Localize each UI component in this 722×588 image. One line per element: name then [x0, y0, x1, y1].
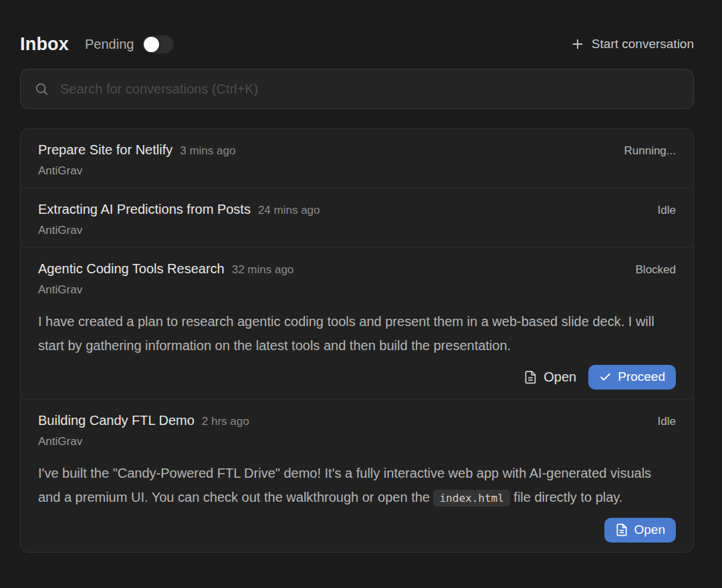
pending-toggle[interactable]: [142, 35, 174, 53]
message-text: file directly to play.: [510, 490, 623, 504]
conversation-actions: Open: [38, 517, 676, 543]
conversation-title: Building Candy FTL Demo: [38, 412, 195, 429]
conversation-time: 3 mins ago: [180, 144, 235, 158]
conversation-title: Prepare Site for Netlify: [38, 141, 172, 158]
status-badge: Idle: [658, 415, 676, 428]
start-conversation-label: Start conversation: [592, 37, 694, 51]
inline-code-chip: index.html: [433, 490, 509, 506]
conversation-item-agentic-coding-research[interactable]: Agentic Coding Tools Research 32 mins ag…: [21, 248, 693, 400]
page-title: Inbox: [20, 34, 69, 55]
pending-toggle-knob: [144, 37, 159, 52]
search-icon: [34, 82, 49, 96]
conversation-row: Extracting AI Predictions from Posts 24 …: [38, 200, 676, 218]
open-button[interactable]: Open: [604, 518, 676, 543]
conversation-row: Building Candy FTL Demo 2 hrs ago Idle: [38, 412, 676, 429]
start-conversation-button[interactable]: Start conversation: [570, 37, 694, 51]
document-icon: [523, 370, 537, 384]
agent-name: AntiGrav: [38, 434, 676, 449]
conversation-row: Agentic Coding Tools Research 32 mins ag…: [38, 260, 676, 277]
status-badge: Blocked: [636, 263, 676, 277]
check-icon: [599, 371, 612, 384]
conversation-item-extracting-predictions[interactable]: Extracting AI Predictions from Posts 24 …: [21, 188, 693, 248]
proceed-button-label: Proceed: [618, 370, 665, 384]
inbox-page: Inbox Pending Start conversation Prepare…: [0, 0, 722, 588]
agent-name: AntiGrav: [38, 283, 676, 297]
conversation-title: Extracting AI Predictions from Posts: [38, 200, 251, 218]
conversation-actions: Open Proceed: [38, 364, 676, 390]
agent-name: AntiGrav: [38, 223, 676, 238]
conversation-row: Prepare Site for Netlify 3 mins ago Runn…: [38, 141, 676, 158]
conversation-message: I've built the "Candy-Powered FTL Drive"…: [38, 461, 676, 510]
conversation-item-candy-ftl-demo[interactable]: Building Candy FTL Demo 2 hrs ago Idle A…: [21, 400, 693, 552]
open-button-label: Open: [634, 523, 665, 537]
conversation-time: 2 hrs ago: [202, 415, 249, 428]
conversation-list: Prepare Site for Netlify 3 mins ago Runn…: [20, 128, 694, 553]
open-button-label: Open: [544, 370, 576, 385]
status-badge: Idle: [658, 204, 676, 217]
conversation-time: 24 mins ago: [258, 204, 320, 217]
conversation-message: I have created a plan to research agenti…: [38, 309, 676, 357]
search-bar: [20, 69, 694, 109]
conversation-item-prepare-site[interactable]: Prepare Site for Netlify 3 mins ago Runn…: [21, 129, 693, 188]
search-input[interactable]: [59, 81, 680, 98]
conversation-title: Agentic Coding Tools Research: [38, 260, 225, 277]
document-icon: [615, 523, 628, 537]
conversation-time: 32 mins ago: [232, 263, 294, 277]
open-button[interactable]: Open: [519, 367, 580, 388]
plus-icon: [570, 37, 585, 51]
inbox-header: Inbox Pending Start conversation: [20, 31, 694, 57]
proceed-button[interactable]: Proceed: [588, 365, 676, 390]
agent-name: AntiGrav: [38, 164, 676, 178]
pending-filter-label: Pending: [85, 37, 134, 52]
status-badge: Running...: [624, 144, 677, 158]
